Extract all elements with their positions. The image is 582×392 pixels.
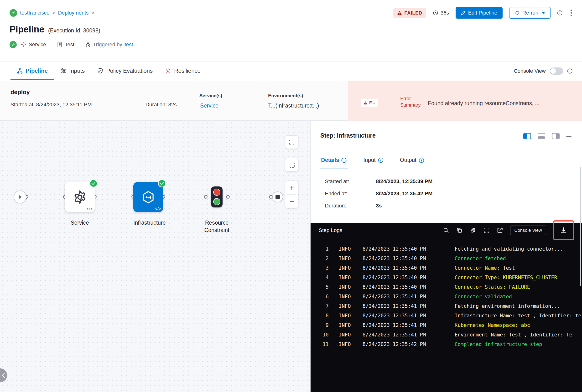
pipeline-canvas[interactable]: </> Service </> Infrastructure Resource … <box>0 121 310 392</box>
triggered-by-link[interactable]: test <box>125 42 133 48</box>
status-badge-label: FAILED <box>404 10 422 16</box>
log-search-icon[interactable] <box>443 227 449 234</box>
canvas-fullscreen-button[interactable] <box>285 136 298 149</box>
stage-name: deploy <box>11 89 30 96</box>
detail-value: 8/24/2023, 12:35:39 PM <box>376 178 432 184</box>
breadcrumb-project-link[interactable]: testfrancisco <box>20 10 50 16</box>
service-step-node[interactable]: </> <box>65 182 95 212</box>
header-info-icon[interactable] <box>557 10 562 16</box>
tab-resilience[interactable]: Resilience <box>159 62 207 80</box>
service-meta: Service <box>21 42 46 48</box>
environment-text: (Infrastructure: <box>276 102 311 109</box>
zoom-out-button[interactable]: − <box>285 194 298 208</box>
execution-id: (Execution Id: 30098) <box>48 28 101 34</box>
services-label: Service(s) <box>199 93 222 98</box>
rerun-button[interactable]: Re-run <box>509 7 550 18</box>
resilience-tab-icon <box>165 68 171 74</box>
environment-text: ) <box>317 102 319 109</box>
tab-details-label: Details <box>321 157 339 163</box>
pencil-icon <box>461 10 466 15</box>
step-details: Started at: 8/24/2023, 12:35:39 PM Ended… <box>325 178 432 215</box>
hexagon-icon <box>141 190 156 204</box>
pipeline-chain-icon <box>10 9 17 17</box>
log-download-icon[interactable] <box>560 227 567 234</box>
canvas-select-button[interactable] <box>285 158 298 172</box>
details-info-icon[interactable] <box>341 158 347 163</box>
service-link[interactable]: Service <box>200 102 219 109</box>
gear-icon <box>21 42 26 48</box>
log-line: 4INFO8/24/2023 12:35:40 PMConnector Type… <box>311 273 582 282</box>
edit-pipeline-button[interactable]: Edit Pipeline <box>456 7 502 18</box>
more-options-menu[interactable] <box>569 8 573 18</box>
step-panel-tabs: Details Input Output <box>311 151 582 169</box>
tab-input-label: Input <box>363 157 375 163</box>
breadcrumb-separator: > <box>92 10 95 16</box>
log-settings-icon[interactable] <box>470 227 476 234</box>
stage-started-at: Started at: 8/24/2023, 12:35:11 PM <box>11 102 92 108</box>
panel-scrollbar[interactable] <box>580 167 581 286</box>
log-fullscreen-icon[interactable] <box>483 227 490 234</box>
success-check-badge <box>158 179 166 188</box>
title-row: Pipeline (Execution Id: 30098) <box>10 24 100 34</box>
environment-link[interactable]: T... <box>268 102 276 109</box>
pipeline-start-node[interactable] <box>14 190 27 204</box>
tab-output[interactable]: Output <box>400 151 424 169</box>
layout-bottom-icon[interactable] <box>538 133 545 139</box>
error-summary-message: Found already running resourceConstrains… <box>428 100 576 106</box>
step-panel-title: Step: Infrastructure <box>320 132 376 139</box>
tab-details[interactable]: Details <box>321 151 347 169</box>
tab-inputs[interactable]: Inputs <box>54 62 91 80</box>
expand-icon <box>289 139 295 145</box>
log-line: 10INFO8/24/2023 12:35:41 PMEnvironment N… <box>311 330 582 340</box>
detail-label: Ended at: <box>325 190 376 197</box>
tab-pipeline[interactable]: Pipeline <box>11 62 54 80</box>
layout-split-right-icon[interactable] <box>552 133 559 139</box>
console-view-info-icon[interactable] <box>567 68 572 74</box>
log-line: 2INFO8/24/2023 12:35:40 PMConnector fetc… <box>311 254 582 263</box>
zoom-in-button[interactable]: + <box>285 181 298 194</box>
breadcrumb-deployments-link[interactable]: Deployments <box>58 10 89 16</box>
status-badge: FAILED <box>393 8 426 18</box>
tab-policy-evaluations[interactable]: Policy Evaluations <box>91 62 159 80</box>
tab-resilience-label: Resilience <box>174 68 201 74</box>
console-view-toggle[interactable] <box>549 68 563 75</box>
stopwatch-icon <box>85 42 91 48</box>
layout-split-left-icon[interactable] <box>523 133 531 139</box>
step-logs-header: Step Logs <box>311 223 582 238</box>
breadcrumb: testfrancisco > Deployments > <box>10 9 94 17</box>
resource-constraint-node[interactable] <box>211 186 223 208</box>
minimize-panel-icon[interactable] <box>566 136 571 137</box>
log-copy-icon[interactable] <box>456 227 462 234</box>
detail-value: 8/24/2023, 12:35:42 PM <box>376 190 432 197</box>
pipeline-meta-row: Service Test Triggered by test <box>10 41 133 48</box>
pipeline-tab-icon <box>17 68 23 74</box>
log-line: 9INFO8/24/2023 12:35:41 PMKubernetes Nam… <box>311 320 582 330</box>
detail-label: Started at: <box>325 178 376 184</box>
log-line: 8INFO8/24/2023 12:35:41 PMInfrastructure… <box>311 311 582 320</box>
test-meta-label: Test <box>65 42 74 48</box>
clock-icon <box>433 10 438 16</box>
detail-value: 3s <box>376 203 382 209</box>
infrastructure-step-node[interactable]: </> <box>133 182 163 212</box>
step-logs-console: Step Logs <box>311 223 582 392</box>
environments-label: Environment(s) <box>268 93 303 98</box>
panel-layout-controls <box>523 133 571 139</box>
shield-check-icon <box>97 68 103 74</box>
tab-input[interactable]: Input <box>363 151 383 169</box>
log-line: 3INFO8/24/2023 12:35:40 PMConnector Name… <box>311 263 582 273</box>
log-console-view-button[interactable]: Console View <box>510 226 546 235</box>
log-open-external-icon[interactable] <box>497 227 503 234</box>
log-line: 7INFO8/24/2023 12:35:41 PMFetching envir… <box>311 302 582 311</box>
download-highlight-box <box>553 220 574 240</box>
red-light-icon <box>213 188 220 196</box>
output-info-icon[interactable] <box>419 158 424 163</box>
infrastructure-link[interactable]: t... <box>311 102 317 109</box>
console-view-control: Console View <box>514 62 572 80</box>
success-check-badge <box>90 179 98 188</box>
detail-row-ended: Ended at: 8/24/2023, 12:35:42 PM <box>325 190 432 197</box>
error-badge: F... <box>361 99 378 107</box>
tab-policy-evaluations-label: Policy Evaluations <box>106 68 153 74</box>
input-info-icon[interactable] <box>378 158 383 163</box>
tab-inputs-label: Inputs <box>69 68 85 74</box>
pipeline-end-node[interactable] <box>272 192 283 202</box>
